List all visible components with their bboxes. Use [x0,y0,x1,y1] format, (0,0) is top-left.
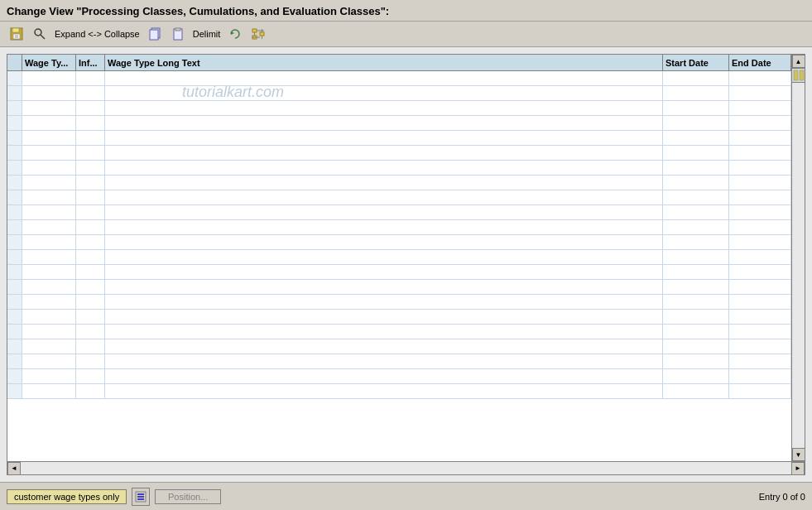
row-selector[interactable] [7,280,22,294]
svg-rect-11 [252,29,257,32]
cell-long-text [105,235,663,249]
row-selector[interactable] [7,369,22,383]
cell-inf [76,310,105,324]
cell-start-date [663,280,729,294]
table-row[interactable] [7,220,791,235]
row-selector[interactable] [7,101,22,115]
svg-point-4 [35,29,41,36]
cell-end-date [729,265,791,279]
table-row[interactable] [7,310,791,325]
table-row[interactable] [7,250,791,265]
table-row[interactable] [7,325,791,339]
table-row[interactable] [7,205,791,220]
table-row[interactable] [7,280,791,295]
row-selector[interactable] [7,161,22,175]
table-row[interactable] [7,265,791,280]
col-header-inf: Inf... [76,55,105,70]
table-row[interactable] [7,131,791,146]
row-selector[interactable] [7,176,22,190]
horizontal-scrollbar: ◄ ► [7,461,805,474]
cell-inf [76,71,105,85]
table-row[interactable] [7,116,791,131]
copy-icon [147,26,162,41]
cell-wage-type [22,250,76,264]
cell-start-date [663,161,729,175]
row-selector[interactable] [7,205,22,219]
svg-line-5 [41,35,45,39]
row-selector[interactable] [7,310,22,324]
column-config-icon[interactable] [791,68,805,83]
row-selector[interactable] [7,354,22,368]
config-button[interactable] [248,25,268,43]
row-selector[interactable] [7,339,22,354]
cell-end-date [729,325,791,339]
row-selector[interactable] [7,190,22,204]
table-row[interactable] [7,384,791,399]
cell-wage-type [22,176,76,190]
vertical-scrollbar: ▲ ▼ [791,55,805,461]
table-row[interactable] [7,101,791,116]
cell-long-text [105,354,663,368]
row-selector[interactable] [7,295,22,309]
cell-inf [76,205,105,219]
table-row[interactable] [7,71,791,86]
scroll-down-button[interactable]: ▼ [792,448,805,461]
svg-rect-7 [150,30,158,40]
position-button[interactable]: Position... [155,489,221,504]
row-selector[interactable] [7,235,22,249]
scroll-right-button[interactable]: ► [791,462,805,475]
cell-inf [76,190,105,204]
table-row[interactable] [7,369,791,384]
cell-wage-type [22,384,76,398]
row-selector[interactable] [7,131,22,145]
copy-button[interactable] [145,25,165,43]
table-row[interactable] [7,235,791,250]
row-selector[interactable] [7,146,22,160]
save-button[interactable] [7,25,26,43]
table-row[interactable] [7,354,791,369]
row-selector[interactable] [7,220,22,234]
table-row[interactable] [7,295,791,310]
cell-wage-type [22,310,76,324]
table-row[interactable] [7,86,791,101]
row-selector[interactable] [7,86,22,100]
row-selector[interactable] [7,325,22,339]
scroll-up-button[interactable]: ▲ [792,55,805,68]
cell-wage-type [22,146,76,160]
customer-wage-types-button[interactable]: customer wage types only [7,489,127,504]
cell-start-date [663,176,729,190]
row-selector[interactable] [7,384,22,398]
cell-end-date [729,310,791,324]
scroll-left-button[interactable]: ◄ [7,462,21,475]
cell-wage-type [22,190,76,204]
row-selector[interactable] [7,265,22,279]
scroll-track-h [21,462,791,474]
cell-start-date [663,250,729,264]
cell-end-date [729,205,791,219]
row-selector[interactable] [7,116,22,130]
table-row[interactable] [7,176,791,190]
cell-inf [76,369,105,383]
table-header: Wage Ty... Inf... Wage Type Long Text St… [7,55,791,71]
refresh-button[interactable] [225,25,245,43]
cell-start-date [663,220,729,234]
svg-rect-23 [137,496,144,498]
table-row[interactable] [7,161,791,176]
table-row[interactable] [7,190,791,205]
cell-long-text [105,190,663,204]
cell-end-date [729,369,791,383]
paste-button[interactable] [168,25,188,43]
cell-wage-type [22,369,76,383]
bottom-icon-button[interactable] [132,488,150,506]
table-row[interactable] [7,146,791,161]
cell-long-text [105,86,663,100]
table-row[interactable] [7,339,791,354]
svg-marker-10 [231,31,234,35]
row-selector[interactable] [7,250,22,264]
table-container: Wage Ty... Inf... Wage Type Long Text St… [7,54,805,475]
cell-end-date [729,220,791,234]
row-selector[interactable] [7,71,22,85]
find-button[interactable] [30,25,50,43]
cell-start-date [663,146,729,160]
cell-wage-type [22,86,76,100]
